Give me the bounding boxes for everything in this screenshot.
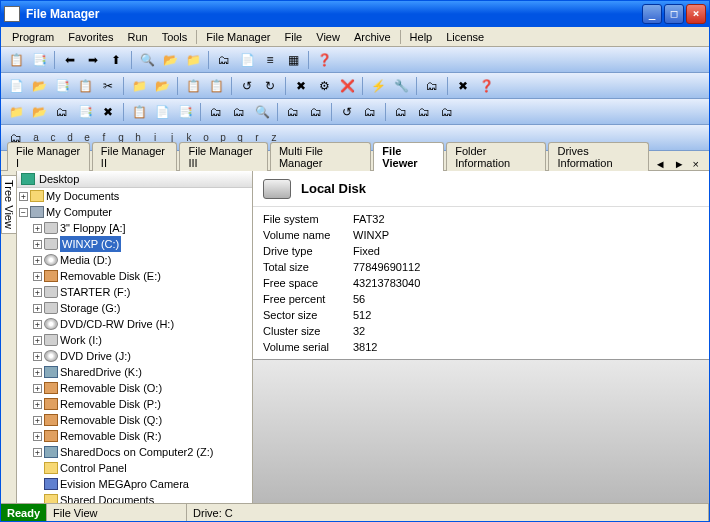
menu-run[interactable]: Run <box>120 29 154 45</box>
toolbar-button[interactable]: ⚡ <box>367 75 389 97</box>
tree-item[interactable]: DVD Drive (J:) <box>60 348 131 364</box>
toolbar-button[interactable]: 📂 <box>28 101 50 123</box>
expand-toggle[interactable]: + <box>33 400 42 409</box>
toolbar-button[interactable]: 📄 <box>236 49 258 71</box>
expand-toggle[interactable]: + <box>33 288 42 297</box>
titlebar[interactable]: File Manager _ □ × <box>1 1 709 27</box>
menu-file-manager[interactable]: File Manager <box>199 29 277 45</box>
tab-drives-information[interactable]: Drives Information <box>548 142 648 171</box>
tree-item[interactable]: STARTER (F:) <box>60 284 130 300</box>
menu-license[interactable]: License <box>439 29 491 45</box>
tree-item[interactable]: DVD/CD-RW Drive (H:) <box>60 316 174 332</box>
menu-tools[interactable]: Tools <box>155 29 195 45</box>
menu-view[interactable]: View <box>309 29 347 45</box>
toolbar-button[interactable]: 🗂 <box>436 101 458 123</box>
menu-archive[interactable]: Archive <box>347 29 398 45</box>
minimize-button[interactable]: _ <box>642 4 662 24</box>
toolbar-button[interactable]: 📄 <box>151 101 173 123</box>
menu-file[interactable]: File <box>278 29 310 45</box>
expand-toggle[interactable]: + <box>33 416 42 425</box>
expand-toggle[interactable]: + <box>33 352 42 361</box>
tree-item[interactable]: Control Panel <box>60 460 127 476</box>
toolbar-button[interactable]: ✖ <box>452 75 474 97</box>
tree-item[interactable]: Work (I:) <box>60 332 102 348</box>
expand-toggle[interactable]: + <box>33 272 42 281</box>
toolbar-button[interactable]: 🗂 <box>413 101 435 123</box>
tree-item[interactable]: Removable Disk (E:) <box>60 268 161 284</box>
tree-item[interactable]: Removable Disk (R:) <box>60 428 161 444</box>
toolbar-button[interactable]: 📑 <box>74 101 96 123</box>
toolbar-button[interactable]: 📂 <box>159 49 181 71</box>
toolbar-button[interactable]: 🔍 <box>136 49 158 71</box>
tree-view[interactable]: Desktop +My Documents −My Computer +3" F… <box>17 171 253 503</box>
tab-multi-file-manager[interactable]: Multi File Manager <box>270 142 371 171</box>
toolbar-button[interactable]: 📁 <box>182 49 204 71</box>
expand-toggle[interactable]: + <box>33 368 42 377</box>
expand-toggle[interactable]: + <box>33 304 42 313</box>
toolbar-button[interactable]: 📑 <box>174 101 196 123</box>
toolbar-button[interactable]: 🗂 <box>421 75 443 97</box>
toolbar-button[interactable]: ⚙ <box>313 75 335 97</box>
tree-item[interactable]: Media (D:) <box>60 252 111 268</box>
menu-program[interactable]: Program <box>5 29 61 45</box>
maximize-button[interactable]: □ <box>664 4 684 24</box>
side-tab-label[interactable]: Tree View <box>1 175 17 234</box>
toolbar-button[interactable]: ❓ <box>475 75 497 97</box>
toolbar-button[interactable]: 📋 <box>74 75 96 97</box>
toolbar-button[interactable]: 🗂 <box>228 101 250 123</box>
toolbar-button[interactable]: 📁 <box>5 101 27 123</box>
tree-item[interactable]: Storage (G:) <box>60 300 121 316</box>
tab-file-manager-ii[interactable]: File Manager II <box>92 142 178 171</box>
toolbar-button[interactable]: ⬆ <box>105 49 127 71</box>
toolbar-button[interactable]: 🗂 <box>282 101 304 123</box>
toolbar-button[interactable]: ➡ <box>82 49 104 71</box>
tree-item[interactable]: SharedDocs on Computer2 (Z:) <box>60 444 213 460</box>
toolbar-button[interactable]: 🗂 <box>390 101 412 123</box>
tab-file-manager-iii[interactable]: File Manager III <box>179 142 267 171</box>
toolbar-button[interactable]: ❌ <box>336 75 358 97</box>
expand-toggle[interactable]: + <box>33 256 42 265</box>
toolbar-button[interactable]: 🗂 <box>359 101 381 123</box>
tab-file-manager-i[interactable]: File Manager I <box>7 142 90 171</box>
tree-item[interactable]: Removable Disk (Q:) <box>60 412 162 428</box>
toolbar-button[interactable]: 📑 <box>51 75 73 97</box>
toolbar-button[interactable]: 🗂 <box>205 101 227 123</box>
toolbar-button[interactable]: 📋 <box>182 75 204 97</box>
toolbar-button[interactable]: 📋 <box>128 101 150 123</box>
tree-item[interactable]: 3" Floppy [A:] <box>60 220 126 236</box>
tab-file-viewer[interactable]: File Viewer <box>373 142 444 171</box>
tree-item[interactable]: Removable Disk (P:) <box>60 396 161 412</box>
expand-toggle[interactable]: + <box>33 448 42 457</box>
toolbar-button[interactable]: ↻ <box>259 75 281 97</box>
toolbar-button[interactable]: 🗂 <box>305 101 327 123</box>
toolbar-button[interactable]: ❓ <box>313 49 335 71</box>
tree-root-label[interactable]: Desktop <box>39 173 79 185</box>
toolbar-button[interactable]: ✂ <box>97 75 119 97</box>
toolbar-button[interactable]: 📂 <box>151 75 173 97</box>
toolbar-button[interactable]: 📋 <box>5 49 27 71</box>
tree-item[interactable]: Shared Documents <box>60 492 154 503</box>
expand-toggle[interactable]: + <box>19 192 28 201</box>
tab-close-button[interactable]: × <box>689 158 703 170</box>
tree-item[interactable]: Removable Disk (O:) <box>60 380 162 396</box>
toolbar-button[interactable]: 🗂 <box>51 101 73 123</box>
tree-item[interactable]: WINXP (C:) <box>60 236 121 252</box>
toolbar-button[interactable]: ✖ <box>290 75 312 97</box>
tree-item[interactable]: My Documents <box>46 188 119 204</box>
toolbar-button[interactable]: ⬅ <box>59 49 81 71</box>
toolbar-button[interactable]: 📁 <box>128 75 150 97</box>
tree-item[interactable]: Evision MEGApro Camera <box>60 476 189 492</box>
toolbar-button[interactable]: ▦ <box>282 49 304 71</box>
tab-prev-button[interactable]: ◄ <box>651 158 670 170</box>
toolbar-button[interactable]: 📂 <box>28 75 50 97</box>
close-button[interactable]: × <box>686 4 706 24</box>
expand-toggle[interactable]: + <box>33 336 42 345</box>
toolbar-button[interactable]: ↺ <box>236 75 258 97</box>
toolbar-button[interactable]: ≡ <box>259 49 281 71</box>
expand-toggle[interactable]: + <box>33 320 42 329</box>
toolbar-button[interactable]: ✖ <box>97 101 119 123</box>
toolbar-button[interactable]: 📄 <box>5 75 27 97</box>
toolbar-button[interactable]: ↺ <box>336 101 358 123</box>
expand-toggle[interactable]: + <box>33 384 42 393</box>
expand-toggle[interactable]: + <box>33 432 42 441</box>
